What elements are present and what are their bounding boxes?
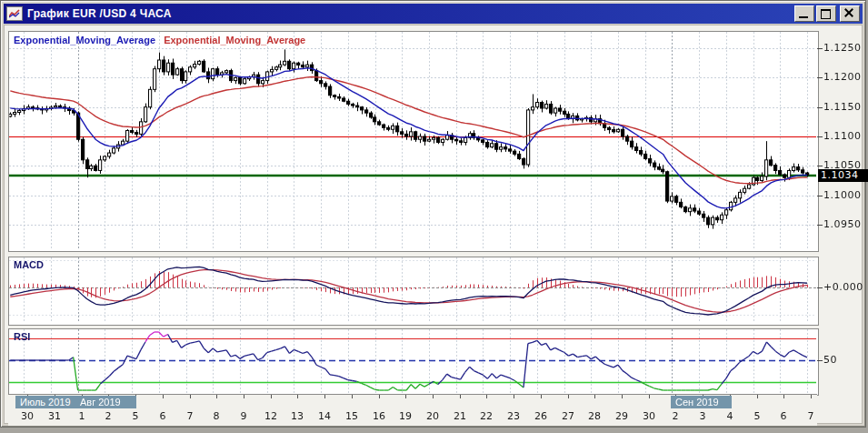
price-axis-label: 1.1250: [823, 42, 867, 54]
macd-zero-label: +0.000: [823, 281, 867, 293]
date-label: 5: [133, 410, 139, 422]
time-axis-tick: [190, 395, 191, 398]
date-label: 12: [264, 410, 277, 422]
date-label: 22: [480, 410, 493, 422]
time-axis-tick: [271, 395, 272, 398]
time-axis-tick: [405, 395, 406, 398]
date-label: 7: [187, 410, 194, 422]
date-label: 13: [291, 410, 304, 422]
chart-client-area: Exponential_Moving_Average Exponential_M…: [4, 25, 863, 424]
window-title: График EUR /USD 4 ЧАСА: [27, 7, 793, 20]
rsi-panel: RSI: [8, 328, 819, 396]
date-label: 23: [507, 410, 520, 422]
date-label: 1: [79, 410, 85, 422]
date-label: 20: [426, 410, 439, 422]
maximize-button[interactable]: [816, 5, 836, 22]
price-axis-label: 1.1000: [823, 189, 867, 201]
current-price-tag: 1.1034: [818, 169, 868, 182]
rsi-mid-label: 50: [823, 354, 867, 366]
time-axis-tick: [783, 395, 784, 398]
date-label: 27: [562, 410, 574, 422]
time-axis-tick: [568, 395, 569, 398]
line-chart-glyph: [9, 9, 20, 18]
time-axis-tick: [297, 395, 298, 398]
close-button[interactable]: [840, 5, 860, 22]
time-axis-tick: [486, 395, 487, 398]
time-axis-tick: [324, 395, 325, 398]
rsi-canvas[interactable]: [9, 329, 816, 393]
close-icon: [844, 8, 853, 17]
price-chart-canvas[interactable]: [9, 32, 816, 249]
date-label: 6: [781, 410, 787, 422]
time-axis-tick: [163, 395, 164, 398]
date-label: 4: [727, 410, 733, 422]
date-label: 21: [454, 410, 466, 422]
minimize-icon: [799, 16, 808, 18]
date-label: 30: [643, 410, 655, 422]
macd-panel: MACD: [8, 257, 819, 326]
time-axis-tick: [622, 395, 623, 398]
date-label: 28: [588, 410, 601, 422]
time-axis-tick: [460, 395, 461, 398]
chart-window: График EUR /USD 4 ЧАСА Exponential_Movin…: [0, 0, 866, 428]
time-axis-tick: [811, 395, 812, 398]
rsi-label: RSI: [14, 331, 30, 342]
macd-canvas[interactable]: [9, 257, 816, 323]
date-label: 9: [241, 410, 247, 422]
date-label: 29: [615, 410, 628, 422]
maximize-icon: [821, 9, 831, 19]
ema-fast-label: Exponential_Moving_Average: [14, 35, 155, 45]
line-chart-icon[interactable]: [6, 6, 23, 21]
date-label: 15: [345, 410, 358, 422]
time-axis-tick: [244, 395, 244, 398]
date-label: 19: [399, 410, 412, 422]
price-axis-label: 1.0950: [823, 218, 867, 230]
time-axis-tick: [379, 395, 380, 398]
price-axis-label: 1.1200: [823, 71, 867, 83]
time-axis: 3031125678912131415161920212223262728293…: [8, 394, 817, 426]
date-label: 31: [48, 410, 61, 422]
time-axis-tick: [541, 395, 542, 398]
price-axis-label: 1.1100: [823, 130, 867, 142]
month-badge: Июль 2019: [15, 396, 84, 408]
date-label: 3: [700, 410, 706, 422]
ema-slow-label: Exponential_Moving_Average: [164, 35, 305, 45]
price-axis-label: 1.1050: [823, 159, 867, 171]
date-label: 7: [808, 410, 814, 422]
date-label: 30: [21, 410, 34, 422]
date-label: 2: [105, 410, 112, 422]
title-bar[interactable]: График EUR /USD 4 ЧАСА: [4, 4, 863, 24]
month-badge: Авг 2019: [75, 396, 136, 408]
date-label: 5: [754, 410, 761, 422]
price-chart-panel: Exponential_Moving_Average Exponential_M…: [8, 31, 819, 252]
date-label: 26: [534, 410, 547, 422]
time-axis-tick: [216, 395, 217, 398]
time-axis-tick: [352, 395, 353, 398]
date-label: 8: [214, 410, 220, 422]
time-axis-tick: [514, 395, 514, 398]
month-badge: Сен 2019: [671, 396, 732, 408]
indicator-legend: Exponential_Moving_Average Exponential_M…: [14, 35, 305, 45]
date-label: 2: [673, 410, 679, 422]
time-axis-tick: [433, 395, 434, 398]
time-axis-tick: [649, 395, 650, 398]
date-label: 6: [160, 410, 166, 422]
macd-label: MACD: [14, 259, 44, 270]
price-axis-label: 1.1150: [823, 101, 867, 113]
time-axis-tick: [594, 395, 595, 398]
time-axis-tick: [757, 395, 758, 398]
minimize-button[interactable]: [794, 5, 814, 22]
date-label: 16: [373, 410, 385, 422]
date-label: 14: [318, 410, 331, 422]
